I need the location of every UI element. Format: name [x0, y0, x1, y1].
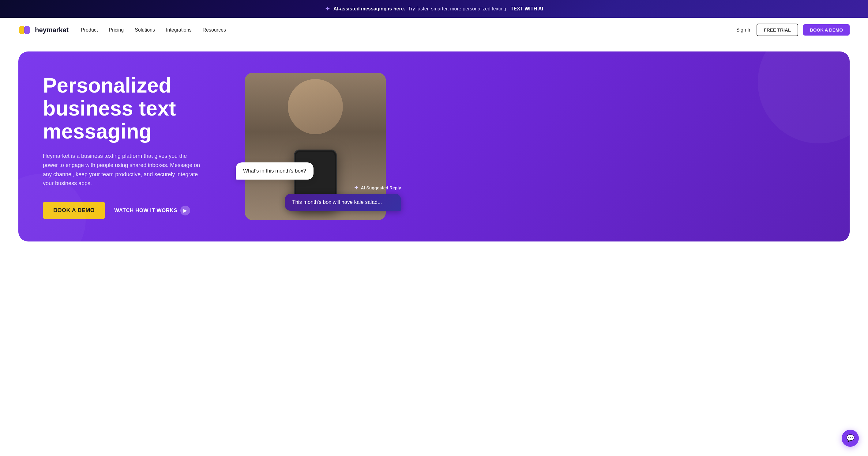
watch-how-label: WATCH HOW IT WORKS: [114, 207, 177, 213]
text-with-ai-link[interactable]: TEXT WITH AI: [511, 6, 543, 12]
play-icon: ▶: [180, 206, 190, 216]
nav-links: Product Pricing Solutions Integrations R…: [81, 27, 736, 33]
outgoing-message: This month's box will have kale salad...: [285, 194, 401, 211]
nav-integrations[interactable]: Integrations: [166, 27, 192, 33]
nav-pricing[interactable]: Pricing: [109, 27, 124, 33]
spark-icon: ✦: [325, 5, 330, 13]
announcement-normal: Try faster, smarter, more personalized t…: [408, 6, 508, 12]
watch-how-it-works-button[interactable]: WATCH HOW IT WORKS ▶: [114, 206, 190, 216]
announcement-bar: ✦ AI-assisted messaging is here. Try fas…: [0, 0, 868, 18]
logo-icon: [19, 23, 32, 37]
hero-description: Heymarket is a business texting platform…: [43, 152, 202, 188]
hero-right: What's in this month's box? ✦ AI Suggest…: [245, 73, 392, 220]
chat-overlay: What's in this month's box? ✦ AI Suggest…: [236, 163, 401, 211]
book-demo-hero-button[interactable]: BOOK A DEMO: [43, 202, 105, 219]
hero-left: Personalized business text messaging Hey…: [43, 74, 220, 219]
book-demo-nav-button[interactable]: BOOK A DEMO: [803, 24, 849, 35]
nav-product[interactable]: Product: [81, 27, 98, 33]
hero-card: Personalized business text messaging Hey…: [19, 52, 849, 241]
svg-rect-1: [24, 26, 30, 34]
nav-resources[interactable]: Resources: [203, 27, 226, 33]
incoming-message: What's in this month's box?: [236, 163, 313, 179]
logo[interactable]: heymarket: [19, 23, 69, 37]
hero-section: Personalized business text messaging Hey…: [0, 42, 868, 260]
logo-text: heymarket: [35, 26, 69, 34]
navbar: heymarket Product Pricing Solutions Inte…: [0, 18, 868, 42]
hero-buttons: BOOK A DEMO WATCH HOW IT WORKS ▶: [43, 202, 220, 219]
ai-spark-icon: ✦: [354, 184, 359, 191]
free-trial-button[interactable]: FREE TRIAL: [756, 24, 798, 36]
ai-suggested-text: AI Suggested Reply: [361, 186, 401, 190]
nav-actions: Sign In FREE TRIAL BOOK A DEMO: [736, 24, 849, 36]
announcement-bold: AI-assisted messaging is here.: [334, 6, 405, 12]
hero-headline: Personalized business text messaging: [43, 74, 220, 142]
nav-solutions[interactable]: Solutions: [135, 27, 155, 33]
sign-in-button[interactable]: Sign In: [736, 27, 752, 33]
ai-suggested-label: ✦ AI Suggested Reply: [236, 184, 401, 191]
